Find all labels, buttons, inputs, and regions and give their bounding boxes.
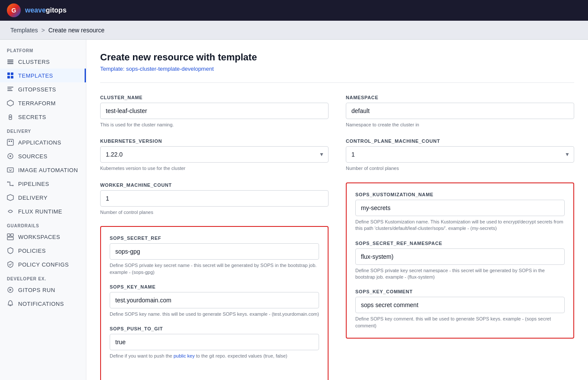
control-plane-select-wrapper: 1 ▼ <box>346 146 574 163</box>
worker-machine-label: WORKER_MACHINE_COUNT <box>100 182 329 188</box>
sidebar-item-workspaces[interactable]: WORKSPACES <box>0 230 86 244</box>
namespace-hint: Namespace to create the cluster in <box>346 122 574 128</box>
cluster-name-input[interactable] <box>100 103 329 119</box>
svg-point-17 <box>9 155 11 157</box>
sidebar-item-gitops-run-label: GITOPS RUN <box>18 287 55 293</box>
sidebar-item-gitopssets[interactable]: GITOPSSETS <box>0 82 86 96</box>
sidebar-item-workspaces-label: WORKSPACES <box>18 234 60 240</box>
delivery-icon <box>7 194 14 201</box>
main-layout: PLATFORM CLUSTERS TEMPLATES GITOPSSETS T… <box>0 40 588 380</box>
svg-rect-1 <box>7 61 13 63</box>
sidebar-item-policy-configs-label: POLICY CONFIGS <box>18 261 69 268</box>
sops-key-name-label: SOPS_KEY_NAME <box>110 284 319 289</box>
sidebar-item-terraform[interactable]: TERRAFORM <box>0 96 86 110</box>
template-link[interactable]: Template: sops-cluster-template-developm… <box>100 66 574 72</box>
sops-key-name-input[interactable] <box>110 292 319 308</box>
sops-key-name-field: SOPS_KEY_NAME Define SOPS key name. this… <box>110 284 319 317</box>
notifications-icon <box>7 300 14 307</box>
public-key-link[interactable]: public key <box>174 353 195 358</box>
svg-rect-5 <box>7 76 10 79</box>
sidebar-item-clusters-label: CLUSTERS <box>18 59 50 65</box>
sops-kustomization-label: SOPS_KUSTOMIZATION_NAME <box>355 192 565 197</box>
svg-rect-4 <box>11 72 13 75</box>
svg-rect-9 <box>7 90 13 91</box>
sidebar-item-pipelines[interactable]: PIPELINES <box>0 177 86 191</box>
sops-push-to-git-hint: Define if you want to push the public ke… <box>110 353 319 359</box>
topbar: G weavegitops <box>0 0 588 21</box>
sidebar-item-policies-label: POLICIES <box>18 248 46 254</box>
worker-machine-hint: Number of control planes <box>100 209 329 216</box>
breadcrumb-separator: > <box>41 27 45 34</box>
sidebar-item-image-automation[interactable]: IMAGE AUTOMATION <box>0 163 86 177</box>
flux-runtime-icon <box>7 208 14 215</box>
sops-push-to-git-field: SOPS_PUSH_TO_GIT Define if you want to p… <box>110 326 319 359</box>
sops-secret-ref-ns-input[interactable] <box>355 248 565 265</box>
sops-right-red-box: SOPS_KUSTOMIZATION_NAME Define SOPS Kust… <box>346 182 574 339</box>
sidebar-item-flux-runtime-label: FLUX RUNTIME <box>18 208 62 215</box>
cluster-name-label: CLUSTER_NAME <box>100 95 329 100</box>
svg-rect-8 <box>7 88 12 89</box>
sidebar-item-delivery-label: DELIVERY <box>18 195 47 201</box>
namespace-field: NAMESPACE Namespace to create the cluste… <box>346 95 574 128</box>
pipelines-icon <box>7 180 14 187</box>
svg-rect-7 <box>7 87 13 88</box>
control-plane-select[interactable]: 1 <box>346 146 574 163</box>
svg-rect-3 <box>7 72 10 75</box>
gitops-run-icon <box>7 286 14 293</box>
sidebar-item-gitopssets-label: GITOPSSETS <box>18 86 56 93</box>
sops-key-comment-label: SOPS_KEY_COMMENT <box>355 289 565 294</box>
sops-kustomization-input[interactable] <box>355 200 565 216</box>
sidebar-item-delivery[interactable]: DELIVERY <box>0 191 86 204</box>
sops-key-comment-hint: Define SOPS key comment. this will be us… <box>355 316 565 329</box>
secrets-icon <box>7 113 14 120</box>
svg-rect-23 <box>11 234 13 236</box>
kubernetes-version-hint: Kubernetes version to use for the cluste… <box>100 165 329 172</box>
templates-icon <box>7 72 14 79</box>
sops-key-comment-field: SOPS_KEY_COMMENT Define SOPS key comment… <box>355 289 565 329</box>
sidebar-item-notifications[interactable]: NOTIFICATIONS <box>0 297 86 311</box>
sidebar-item-gitops-run[interactable]: GITOPS RUN <box>0 283 86 297</box>
developer-section-label: DEVELOPER EX. <box>0 271 86 283</box>
sidebar-item-policies[interactable]: POLICIES <box>0 244 86 258</box>
sidebar-item-sources[interactable]: SOURCES <box>0 149 86 163</box>
svg-rect-15 <box>11 141 12 142</box>
clusters-icon <box>7 58 14 65</box>
sources-icon <box>7 153 14 160</box>
sidebar-item-secrets-label: SECRETS <box>18 114 46 120</box>
logo-icon: G <box>7 3 21 17</box>
sops-secret-ref-input[interactable] <box>110 243 319 260</box>
breadcrumb-parent[interactable]: Templates <box>10 27 38 34</box>
namespace-input[interactable] <box>346 103 574 119</box>
sidebar-item-secrets[interactable]: SECRETS <box>0 110 86 124</box>
kubernetes-version-select[interactable]: 1.22.0 <box>100 146 329 163</box>
sops-key-comment-input[interactable] <box>355 297 565 313</box>
page-title: Create new resource with template <box>100 52 574 63</box>
kubernetes-version-select-wrapper: 1.22.0 ▼ <box>100 146 329 163</box>
terraform-icon <box>7 100 14 107</box>
breadcrumb: Templates > Create new resource <box>0 21 588 40</box>
svg-rect-6 <box>11 76 13 79</box>
sidebar-item-image-automation-label: IMAGE AUTOMATION <box>18 167 78 173</box>
sidebar-item-terraform-label: TERRAFORM <box>18 100 56 107</box>
sidebar-item-applications[interactable]: APPLICATIONS <box>0 135 86 149</box>
kubernetes-version-label: KUBERNETES_VERSION <box>100 138 329 144</box>
worker-machine-input[interactable] <box>100 190 329 207</box>
svg-rect-22 <box>7 234 10 236</box>
sidebar-item-flux-runtime[interactable]: FLUX RUNTIME <box>0 204 86 218</box>
svg-rect-24 <box>7 237 13 240</box>
sops-push-to-git-input[interactable] <box>110 334 319 350</box>
svg-rect-13 <box>7 139 13 145</box>
applications-icon <box>7 139 14 146</box>
breadcrumb-current: Create new resource <box>48 27 104 34</box>
sops-secret-ref-ns-field: SOPS_SECRET_REF_NAMESPACE Define SOPS pr… <box>355 241 565 281</box>
sops-kustomization-field: SOPS_KUSTOMIZATION_NAME Define SOPS Kust… <box>355 192 565 232</box>
sidebar-item-clusters[interactable]: CLUSTERS <box>0 55 86 69</box>
sidebar-item-templates[interactable]: TEMPLATES <box>0 69 86 82</box>
namespace-label: NAMESPACE <box>346 95 574 100</box>
sops-kustomization-hint: Define SOPS Kustomization name. This Kus… <box>355 219 565 232</box>
brand-name: weavegitops <box>25 6 66 14</box>
sidebar-item-sources-label: SOURCES <box>18 153 47 160</box>
sops-key-name-hint: Define SOPS key name. this will be used … <box>110 311 319 317</box>
sidebar-item-policy-configs[interactable]: POLICY CONFIGS <box>0 258 86 271</box>
svg-rect-14 <box>9 141 10 142</box>
